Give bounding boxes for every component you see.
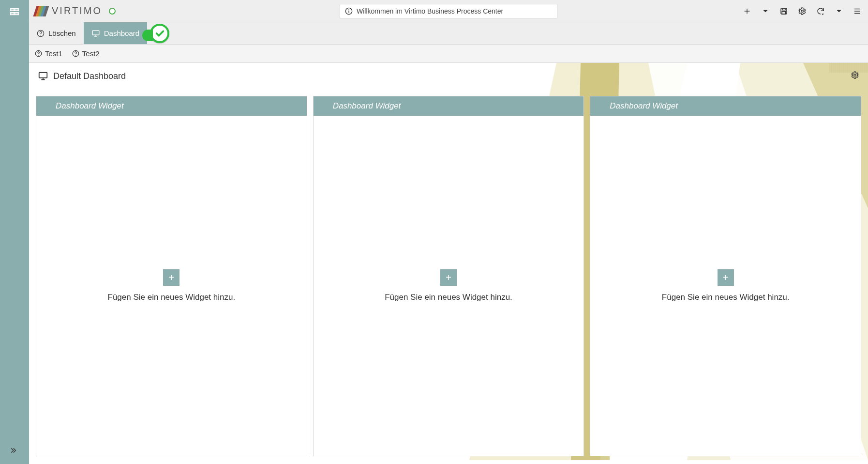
plus-icon: + bbox=[446, 273, 451, 282]
widget-empty-text: Fügen Sie ein neues Widget hinzu. bbox=[385, 293, 512, 302]
subtab-label: Test1 bbox=[45, 49, 62, 58]
widget-body: + Fügen Sie ein neues Widget hinzu. bbox=[590, 116, 861, 456]
widget-title: Dashboard Widget bbox=[36, 96, 307, 116]
svg-rect-20 bbox=[782, 11, 786, 14]
secondary-tabs: Test1 Test2 bbox=[29, 45, 868, 63]
subtab-label: Test2 bbox=[82, 49, 100, 58]
dashboard-title: Default Dashboard bbox=[53, 71, 126, 81]
svg-marker-22 bbox=[822, 14, 824, 15]
svg-rect-19 bbox=[782, 8, 785, 10]
chevron-down-icon-2[interactable] bbox=[834, 6, 844, 16]
info-icon bbox=[345, 7, 353, 15]
success-badge-icon bbox=[150, 24, 169, 43]
add-widget-button[interactable]: + bbox=[163, 269, 180, 286]
widget-panel: Dashboard Widget + Fügen Sie ein neues W… bbox=[36, 96, 307, 456]
svg-point-28 bbox=[40, 35, 41, 35]
svg-marker-23 bbox=[837, 10, 841, 12]
rail-expand-icon[interactable] bbox=[8, 444, 21, 457]
widget-empty-text: Fügen Sie ein neues Widget hinzu. bbox=[108, 293, 236, 302]
main-column: VIRTIMO Willkommen im Virtimo Business P… bbox=[29, 0, 868, 464]
tab-label: Dashboard bbox=[104, 29, 139, 37]
add-widget-button[interactable]: + bbox=[718, 269, 734, 286]
content-area: Default Dashboard Dashboard Widget + Füg… bbox=[29, 63, 868, 464]
add-widget-button[interactable]: + bbox=[440, 269, 457, 286]
left-rail bbox=[0, 0, 29, 464]
svg-rect-41 bbox=[39, 73, 47, 78]
svg-point-14 bbox=[348, 9, 349, 10]
monitor-icon bbox=[91, 29, 100, 38]
help-icon bbox=[35, 50, 42, 57]
tab-loeschen[interactable]: Löschen bbox=[29, 22, 84, 44]
rail-menu-icon[interactable] bbox=[8, 5, 21, 18]
svg-point-21 bbox=[801, 10, 804, 12]
svg-rect-29 bbox=[92, 31, 99, 35]
add-icon[interactable] bbox=[742, 6, 752, 16]
widget-title: Dashboard Widget bbox=[590, 96, 861, 116]
tab-dashboard[interactable]: Dashboard bbox=[84, 22, 147, 44]
dashboard-header: Default Dashboard bbox=[29, 63, 868, 89]
primary-tabs: Löschen Dashboard bbox=[29, 22, 868, 45]
chevron-down-icon[interactable] bbox=[761, 6, 770, 16]
brand-name: VIRTIMO bbox=[52, 5, 102, 16]
brand-logo: VIRTIMO bbox=[35, 5, 116, 16]
svg-marker-17 bbox=[763, 10, 767, 12]
svg-point-33 bbox=[38, 55, 39, 55]
refresh-icon[interactable] bbox=[816, 6, 825, 16]
monitor-icon bbox=[38, 71, 48, 81]
gear-icon bbox=[851, 71, 859, 79]
widgets-row: Dashboard Widget + Fügen Sie ein neues W… bbox=[29, 89, 868, 464]
widget-panel: Dashboard Widget + Fügen Sie ein neues W… bbox=[313, 96, 584, 456]
topbar-actions bbox=[742, 6, 862, 16]
dashboard-settings-button[interactable] bbox=[851, 71, 859, 82]
help-icon bbox=[37, 30, 45, 37]
app-root: VIRTIMO Willkommen im Virtimo Business P… bbox=[0, 0, 868, 464]
logo-stripes-icon bbox=[35, 6, 47, 16]
search-bar[interactable]: Willkommen im Virtimo Business Process C… bbox=[340, 4, 557, 18]
status-indicator-icon bbox=[109, 8, 116, 15]
subtab-test2[interactable]: Test2 bbox=[72, 49, 100, 58]
plus-icon: + bbox=[168, 273, 174, 282]
gear-icon[interactable] bbox=[797, 6, 807, 16]
widget-title: Dashboard Widget bbox=[314, 96, 584, 116]
widget-empty-text: Fügen Sie ein neues Widget hinzu. bbox=[662, 293, 790, 302]
widget-body: + Fügen Sie ein neues Widget hinzu. bbox=[36, 116, 307, 456]
plus-icon: + bbox=[723, 273, 729, 282]
save-icon[interactable] bbox=[779, 6, 789, 16]
widget-panel: Dashboard Widget + Fügen Sie ein neues W… bbox=[590, 96, 861, 456]
menu-icon[interactable] bbox=[853, 6, 862, 16]
svg-point-35 bbox=[75, 55, 76, 55]
topbar: VIRTIMO Willkommen im Virtimo Business P… bbox=[29, 0, 868, 22]
svg-point-44 bbox=[854, 74, 856, 76]
tab-label: Löschen bbox=[48, 29, 76, 37]
subtab-test1[interactable]: Test1 bbox=[35, 49, 62, 58]
help-icon bbox=[72, 50, 79, 57]
search-text: Willkommen im Virtimo Business Process C… bbox=[357, 7, 503, 15]
widget-body: + Fügen Sie ein neues Widget hinzu. bbox=[314, 116, 584, 456]
